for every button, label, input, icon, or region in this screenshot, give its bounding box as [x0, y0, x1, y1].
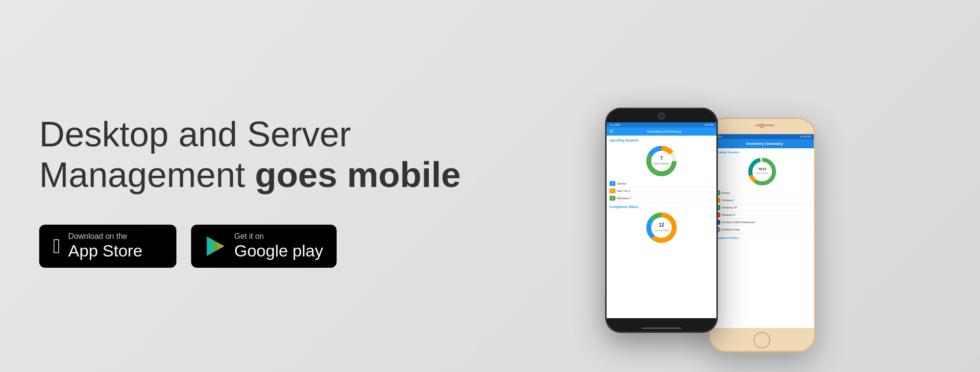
iphone-donut-chart: 7073 Total Computers — [746, 156, 778, 187]
app-store-text: Download on the App Store — [68, 232, 142, 261]
android-status-bar: ▼▲ 83% 4:42 PM — [607, 122, 716, 127]
iphone: Carrier 4:19 PM ☰ Inventory Summary Oper… — [708, 117, 816, 352]
ubuntu-arrow: › — [712, 182, 713, 186]
iphone-screen: Carrier 4:19 PM ☰ Inventory Summary Oper… — [710, 134, 814, 328]
svg-text:Total Computers: Total Computers — [756, 172, 769, 174]
android-compliance-donut: 12 Licensed Software — [644, 210, 679, 245]
store-buttons:  Download on the App Store — [39, 225, 480, 268]
app-store-button[interactable]:  Download on the App Store — [39, 225, 176, 268]
android-os-list: 2 Ubuntu › 1 Mac OS X › 4 Windows 7 — [610, 180, 713, 202]
google-play-icon — [205, 235, 226, 257]
phones-container: ▼▲ 83% 4:42 PM ☰ Inventory-Summary Opera… — [480, 0, 941, 372]
iphone-content: Operating Systems 7073 Total Co — [710, 148, 814, 328]
android-compliance-title: Compliance Status — [610, 205, 713, 209]
app-store-subtitle: Download on the — [68, 232, 142, 241]
win8-name: Windows 8 — [722, 213, 810, 216]
android-carrier: ▼▲ 83% — [610, 123, 620, 126]
svg-text:7073: 7073 — [758, 167, 766, 171]
iphone-compliance: Compliance Status — [712, 236, 811, 239]
win7-arrow: › — [712, 197, 713, 200]
iphone-header: ☰ Inventory Summary — [710, 139, 814, 148]
android-content: Operating Systems — [607, 136, 716, 318]
win7-badge: 4 — [610, 196, 615, 201]
headline-line1: Desktop and Server — [39, 115, 351, 154]
android-compliance: Compliance Status 12 Licensed Software — [610, 205, 713, 245]
ubuntu-badge: 2 — [610, 181, 615, 186]
android-header: ☰ Inventory-Summary — [607, 127, 716, 136]
headline: Desktop and Server Management goes mobil… — [39, 114, 480, 195]
ubuntu-name: Ubuntu — [617, 182, 712, 185]
win2k-name: Windows 2000 Professional — [722, 221, 810, 224]
winvista-name: Windows Vista — [722, 228, 810, 231]
iphone-os-win2k[interactable]: 19 Windows 2000 Professional › — [712, 219, 811, 226]
iphone-speaker — [755, 124, 775, 126]
win8-arrow: › — [810, 213, 811, 217]
svg-text:Licensed Software: Licensed Software — [654, 229, 670, 232]
iphone-time: 4:19 PM — [800, 135, 811, 138]
server-arrow: › — [810, 191, 811, 195]
iphone-os-win7[interactable]: 18 Windows 7 › — [712, 197, 811, 204]
android-menu-icon[interactable]: ☰ — [610, 129, 613, 134]
iphone-home-button[interactable] — [754, 332, 770, 349]
iphone-os-title: Operating Systems — [712, 151, 811, 154]
winxp-name: Windows XP — [722, 206, 810, 209]
google-play-button[interactable]: Get it on Google play — [191, 225, 337, 268]
svg-marker-0 — [207, 236, 224, 256]
win2k-arrow: › — [810, 221, 811, 224]
win7-name: Windows 7 — [617, 197, 712, 200]
os-item-win7[interactable]: 4 Windows 7 › — [610, 195, 713, 202]
android-camera — [658, 113, 665, 119]
android-screen: ▼▲ 83% 4:42 PM ☰ Inventory-Summary Opera… — [607, 122, 716, 318]
android-home-bar — [642, 327, 681, 329]
iphone-os-server[interactable]: 459 Server › — [712, 189, 811, 197]
iphone-os-list: 459 Server › 18 Windows 7 › 6518 Windows… — [712, 189, 811, 233]
android-phone: ▼▲ 83% 4:42 PM ☰ Inventory-Summary Opera… — [605, 108, 718, 333]
svg-text:7: 7 — [660, 156, 663, 161]
iphone-status-bar: Carrier 4:19 PM — [710, 134, 814, 139]
svg-text:Total Computers: Total Computers — [654, 163, 670, 165]
os-item-ubuntu[interactable]: 2 Ubuntu › — [610, 180, 713, 187]
iphone-os-winxp[interactable]: 6518 Windows XP › — [712, 204, 811, 211]
os-item-macos[interactable]: 1 Mac OS X › — [610, 187, 713, 195]
macos-badge: 1 — [610, 188, 615, 193]
iphone-win7-name: Windows 7 — [722, 199, 810, 202]
android-donut-chart: 7 Total Computers — [644, 144, 679, 178]
app-store-title: App Store — [68, 241, 142, 261]
svg-text:12: 12 — [659, 222, 664, 228]
headline-line2: Management — [39, 155, 255, 194]
winxp-arrow: › — [810, 206, 811, 209]
iphone-donut-container: 7073 Total Computers — [712, 156, 811, 187]
google-play-subtitle: Get it on — [234, 232, 323, 241]
google-play-title: Google play — [234, 241, 323, 261]
android-time: 4:42 PM — [704, 123, 713, 126]
headline-bold: goes mobile — [255, 155, 461, 194]
android-donut-container: 7 Total Computers — [610, 144, 713, 178]
iphone-compliance-title: Compliance Status — [712, 236, 811, 239]
google-play-text: Get it on Google play — [234, 232, 323, 261]
winvista-arrow: › — [810, 228, 811, 232]
apple-icon:  — [53, 236, 60, 256]
android-header-title: Inventory-Summary — [615, 129, 713, 134]
macos-name: Mac OS X — [617, 189, 712, 192]
macos-arrow: › — [712, 189, 713, 193]
iphone-os-winvista[interactable]: 58 Windows Vista › — [712, 226, 811, 233]
iphone-os-win8[interactable]: 1 Windows 8 › — [712, 211, 811, 219]
iphone-win7-arrow: › — [810, 199, 811, 202]
android-os-title: Operating Systems — [610, 139, 713, 142]
left-content: Desktop and Server Management goes mobil… — [39, 104, 480, 268]
iphone-header-title: Inventory Summary — [718, 141, 811, 146]
android-compliance-donut-container: 12 Licensed Software — [610, 210, 713, 245]
server-name: Server — [722, 191, 810, 194]
